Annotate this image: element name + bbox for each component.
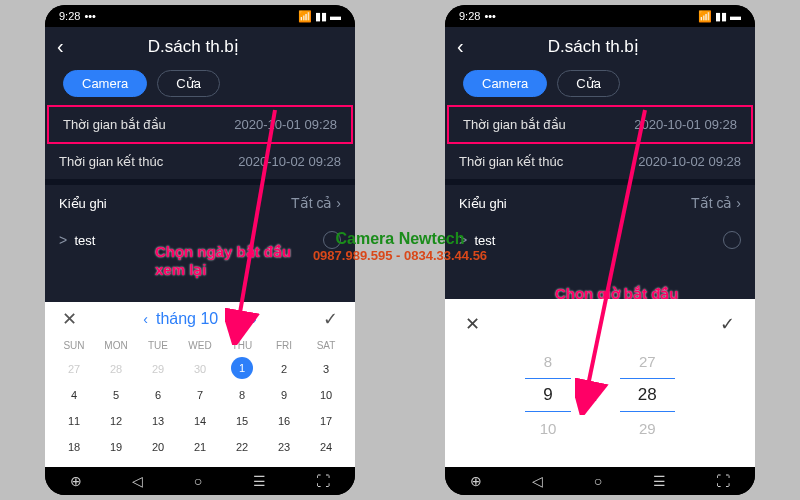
start-time-value: 2020-10-01 09:28 — [234, 117, 337, 132]
time-colon: : — [593, 385, 598, 406]
record-type-label: Kiểu ghi — [459, 196, 507, 211]
nav-home-icon[interactable]: ○ — [194, 473, 202, 489]
calendar-day[interactable]: 16 — [263, 409, 305, 433]
start-time-field[interactable]: Thời gian bắt đầu 2020-10-01 09:28 — [447, 105, 753, 144]
radio-unchecked-icon[interactable] — [323, 231, 341, 249]
battery-icon: ▬ — [330, 10, 341, 22]
tab-camera[interactable]: Camera — [63, 70, 147, 97]
calendar-day[interactable]: 28 — [95, 357, 137, 381]
record-type-field[interactable]: Kiểu ghi Tất cả › — [45, 185, 355, 221]
status-time: 9:28 — [459, 10, 480, 22]
nav-acc-icon[interactable]: ⊕ — [70, 473, 82, 489]
calendar-day[interactable]: 14 — [179, 409, 221, 433]
calendar-day[interactable]: 6 — [137, 383, 179, 407]
android-navbar: ⊕ ◁ ○ ☰ ⛶ — [445, 467, 755, 495]
nav-back-icon[interactable]: ◁ — [532, 473, 543, 489]
status-dot: ••• — [84, 10, 96, 22]
phone-right: 9:28••• 📶▮▮▬ ‹ D.sách th.bị Camera Cửa T… — [445, 5, 755, 495]
calendar-day[interactable]: 21 — [179, 435, 221, 459]
phone-left: 9:28••• 📶▮▮▬ ‹ D.sách th.bị Camera Cửa T… — [45, 5, 355, 495]
calendar-day[interactable]: 12 — [95, 409, 137, 433]
tabs: Camera Cửa — [45, 66, 355, 105]
status-dot: ••• — [484, 10, 496, 22]
calendar-dow: FRI — [263, 336, 305, 355]
calendar-day[interactable]: 8 — [221, 383, 263, 407]
calendar-day[interactable]: 2 — [263, 357, 305, 381]
wifi-icon: 📶 — [698, 10, 712, 23]
calendar-dow: WED — [179, 336, 221, 355]
calendar-day[interactable]: 5 — [95, 383, 137, 407]
calendar-title: ‹ tháng 10 20 › — [143, 310, 256, 328]
nav-home-icon[interactable]: ○ — [594, 473, 602, 489]
start-time-field[interactable]: Thời gian bắt đầu 2020-10-01 09:28 — [47, 105, 353, 144]
end-time-field[interactable]: Thời gian kết thúc 2020-10-02 09:28 — [45, 144, 355, 179]
wifi-icon: 📶 — [298, 10, 312, 23]
android-navbar: ⊕ ◁ ○ ☰ ⛶ — [45, 467, 355, 495]
end-time-label: Thời gian kết thúc — [459, 154, 563, 169]
record-type-value: Tất cả — [691, 195, 732, 211]
page-title: D.sách th.bị — [76, 36, 311, 57]
calendar-day[interactable]: 29 — [137, 357, 179, 381]
calendar-next-icon[interactable]: › — [252, 311, 257, 327]
nav-recent-icon[interactable]: ☰ — [253, 473, 266, 489]
status-bar: 9:28••• 📶▮▮▬ — [445, 5, 755, 27]
time-close-icon[interactable]: ✕ — [465, 313, 480, 335]
status-bar: 9:28••• 📶▮▮▬ — [45, 5, 355, 27]
radio-unchecked-icon[interactable] — [723, 231, 741, 249]
calendar-close-icon[interactable]: ✕ — [57, 308, 81, 330]
calendar-day[interactable]: 20 — [137, 435, 179, 459]
calendar-day[interactable]: 11 — [53, 409, 95, 433]
calendar-day[interactable]: 19 — [95, 435, 137, 459]
record-type-field[interactable]: Kiểu ghi Tất cả › — [445, 185, 755, 221]
test-label: test — [474, 233, 495, 248]
nav-extra-icon[interactable]: ⛶ — [316, 473, 330, 489]
calendar-dow: TUE — [137, 336, 179, 355]
calendar-day[interactable]: 3 — [305, 357, 347, 381]
hour-next: 10 — [540, 420, 557, 437]
battery-icon: ▬ — [730, 10, 741, 22]
calendar-prev-icon[interactable]: ‹ — [143, 311, 148, 327]
start-time-label: Thời gian bắt đầu — [63, 117, 166, 132]
calendar-month: tháng 10 — [156, 310, 218, 328]
tabs: Camera Cửa — [445, 66, 755, 105]
back-icon[interactable]: ‹ — [457, 35, 464, 58]
calendar-day[interactable]: 24 — [305, 435, 347, 459]
calendar-day[interactable]: 9 — [263, 383, 305, 407]
calendar-day[interactable]: 10 — [305, 383, 347, 407]
calendar-day[interactable]: 7 — [179, 383, 221, 407]
calendar-day[interactable]: 18 — [53, 435, 95, 459]
minute-wheel[interactable]: 27 28 29 — [620, 353, 675, 437]
nav-back-icon[interactable]: ◁ — [132, 473, 143, 489]
time-confirm-icon[interactable]: ✓ — [720, 313, 735, 335]
tab-door[interactable]: Cửa — [157, 70, 220, 97]
calendar-grid: SUNMONTUEWEDTHUFRISAT2728293012345678910… — [45, 336, 355, 467]
time-picker: ✕ ✓ 8 9 10 : 27 28 29 — [445, 299, 755, 467]
tab-camera[interactable]: Camera — [463, 70, 547, 97]
calendar-day[interactable]: 15 — [221, 409, 263, 433]
nav-extra-icon[interactable]: ⛶ — [716, 473, 730, 489]
status-time: 9:28 — [59, 10, 80, 22]
calendar-day[interactable]: 22 — [221, 435, 263, 459]
hour-prev: 8 — [544, 353, 552, 370]
calendar-day[interactable]: 23 — [263, 435, 305, 459]
calendar-day[interactable]: 1 — [231, 357, 253, 379]
calendar-day[interactable]: 4 — [53, 383, 95, 407]
signal-icon: ▮▮ — [715, 10, 727, 23]
hour-wheel[interactable]: 8 9 10 — [525, 353, 570, 437]
record-type-value: Tất cả — [291, 195, 332, 211]
test-row[interactable]: > test — [445, 221, 755, 259]
calendar-day[interactable]: 27 — [53, 357, 95, 381]
calendar-day[interactable]: 17 — [305, 409, 347, 433]
nav-acc-icon[interactable]: ⊕ — [470, 473, 482, 489]
back-icon[interactable]: ‹ — [57, 35, 64, 58]
time-picker-header: ✕ ✓ — [461, 309, 739, 353]
nav-recent-icon[interactable]: ☰ — [653, 473, 666, 489]
calendar-day[interactable]: 13 — [137, 409, 179, 433]
end-time-value: 2020-10-02 09:28 — [238, 154, 341, 169]
calendar-day[interactable]: 30 — [179, 357, 221, 381]
tab-door[interactable]: Cửa — [557, 70, 620, 97]
calendar-confirm-icon[interactable]: ✓ — [319, 308, 343, 330]
calendar-dow: MON — [95, 336, 137, 355]
signal-icon: ▮▮ — [315, 10, 327, 23]
end-time-field[interactable]: Thời gian kết thúc 2020-10-02 09:28 — [445, 144, 755, 179]
